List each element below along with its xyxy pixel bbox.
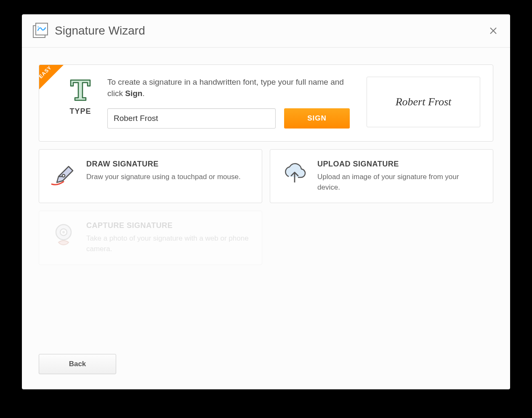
dialog-title: Signature Wizard (55, 24, 488, 38)
pen-nib-icon (50, 160, 77, 187)
upload-desc: Upload an image of your signature from y… (317, 172, 482, 193)
draw-title: DRAW SIGNATURE (86, 160, 241, 169)
svg-point-10 (62, 231, 65, 233)
signature-wizard-dialog: x Signature Wizard EASY TYPE To (22, 14, 510, 389)
type-signature-card: EASY TYPE To create a signature in a han… (39, 64, 493, 142)
sign-button[interactable]: SIGN (284, 108, 350, 129)
upload-title: UPLOAD SIGNATURE (317, 160, 482, 169)
type-input-row: SIGN (107, 108, 354, 129)
close-icon (489, 27, 497, 35)
options-row-1: DRAW SIGNATURE Draw your signature using… (39, 149, 493, 203)
capture-text: CAPTURE SIGNATURE Take a photo of your s… (86, 221, 251, 254)
draw-text: DRAW SIGNATURE Draw your signature using… (86, 160, 241, 182)
signature-wizard-icon: x (32, 22, 55, 40)
capture-title: CAPTURE SIGNATURE (86, 221, 251, 230)
full-name-input[interactable] (107, 108, 276, 129)
webcam-icon (50, 221, 77, 248)
type-instruction-post: . (142, 89, 144, 98)
svg-text:x: x (37, 25, 39, 28)
capture-signature-card: CAPTURE SIGNATURE Take a photo of your s… (39, 211, 262, 265)
type-main-column: To create a signature in a handwritten f… (107, 77, 354, 129)
upload-signature-card[interactable]: UPLOAD SIGNATURE Upload an image of your… (270, 149, 493, 203)
svg-point-6 (62, 174, 65, 177)
type-label: TYPE (69, 107, 91, 116)
options-row-2: CAPTURE SIGNATURE Take a photo of your s… (39, 211, 493, 265)
capture-desc: Take a photo of your signature with a we… (86, 233, 251, 254)
signature-preview: Robert Frost (367, 77, 480, 127)
upload-text: UPLOAD SIGNATURE Upload an image of your… (317, 160, 482, 193)
dialog-footer: Back (22, 354, 510, 389)
draw-desc: Draw your signature using a touchpad or … (86, 172, 241, 182)
signature-preview-text: Robert Frost (396, 96, 452, 108)
dialog-body: EASY TYPE To create a signature in a han… (22, 48, 510, 354)
type-icon-column: TYPE (59, 77, 101, 116)
type-instruction: To create a signature in a handwritten f… (107, 77, 354, 99)
close-button[interactable] (488, 26, 498, 36)
dialog-header: x Signature Wizard (22, 14, 510, 48)
draw-signature-card[interactable]: DRAW SIGNATURE Draw your signature using… (39, 149, 262, 203)
type-t-icon (68, 77, 93, 101)
back-button[interactable]: Back (39, 354, 116, 374)
cloud-upload-icon (281, 160, 308, 187)
type-instruction-strong: Sign (125, 89, 142, 98)
